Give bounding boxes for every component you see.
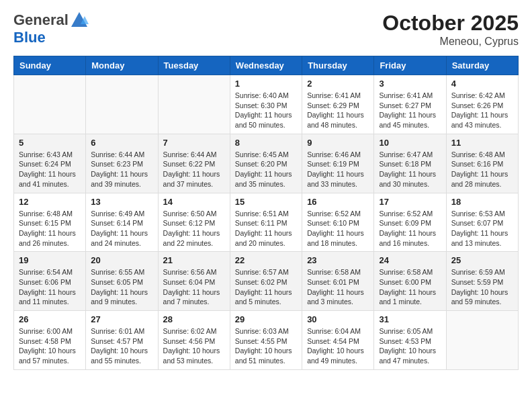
calendar-cell: 5Sunrise: 6:43 AM Sunset: 6:24 PM Daylig…: [14, 134, 86, 193]
day-info: Sunrise: 6:43 AM Sunset: 6:24 PM Dayligh…: [19, 150, 81, 189]
day-info: Sunrise: 6:00 AM Sunset: 4:58 PM Dayligh…: [19, 326, 81, 366]
day-info: Sunrise: 6:52 AM Sunset: 6:09 PM Dayligh…: [379, 209, 441, 248]
day-number: 5: [19, 138, 81, 148]
calendar-cell: 18Sunrise: 6:53 AM Sunset: 6:07 PM Dayli…: [446, 193, 518, 252]
calendar-cell: 1Sunrise: 6:40 AM Sunset: 6:30 PM Daylig…: [230, 75, 302, 134]
calendar-week-row-1: 1Sunrise: 6:40 AM Sunset: 6:30 PM Daylig…: [14, 75, 519, 134]
calendar-cell: 25Sunrise: 6:59 AM Sunset: 5:59 PM Dayli…: [446, 252, 518, 311]
day-number: 31: [379, 314, 441, 324]
day-number: 27: [91, 314, 152, 324]
calendar-cell: 29Sunrise: 6:03 AM Sunset: 4:55 PM Dayli…: [230, 311, 302, 370]
day-info: Sunrise: 6:51 AM Sunset: 6:11 PM Dayligh…: [235, 209, 297, 248]
calendar-week-row-4: 19Sunrise: 6:54 AM Sunset: 6:06 PM Dayli…: [14, 252, 519, 311]
calendar-cell: 31Sunrise: 6:05 AM Sunset: 4:53 PM Dayli…: [374, 311, 446, 370]
day-number: 15: [235, 197, 297, 207]
calendar-cell: 30Sunrise: 6:04 AM Sunset: 4:54 PM Dayli…: [302, 311, 374, 370]
calendar-cell: 21Sunrise: 6:56 AM Sunset: 6:04 PM Dayli…: [158, 252, 230, 311]
day-number: 18: [451, 197, 513, 207]
calendar-cell: [86, 75, 158, 134]
calendar-cell: 7Sunrise: 6:44 AM Sunset: 6:22 PM Daylig…: [158, 134, 230, 193]
day-number: 22: [235, 255, 297, 265]
calendar-cell: 19Sunrise: 6:54 AM Sunset: 6:06 PM Dayli…: [14, 252, 86, 311]
calendar-cell: 13Sunrise: 6:49 AM Sunset: 6:14 PM Dayli…: [86, 193, 158, 252]
calendar-cell: 4Sunrise: 6:42 AM Sunset: 6:26 PM Daylig…: [446, 75, 518, 134]
calendar-cell: 28Sunrise: 6:02 AM Sunset: 4:56 PM Dayli…: [158, 311, 230, 370]
col-tuesday: Tuesday: [158, 56, 230, 75]
col-sunday: Sunday: [14, 56, 86, 75]
location: Meneou, Cyprus: [382, 36, 519, 48]
day-info: Sunrise: 6:42 AM Sunset: 6:26 PM Dayligh…: [451, 91, 513, 130]
day-number: 6: [91, 138, 152, 148]
day-info: Sunrise: 6:03 AM Sunset: 4:55 PM Dayligh…: [235, 326, 297, 366]
day-number: 19: [19, 255, 81, 265]
calendar-table: Sunday Monday Tuesday Wednesday Thursday…: [13, 56, 519, 370]
month-title: October 2025: [382, 11, 519, 36]
day-info: Sunrise: 6:46 AM Sunset: 6:19 PM Dayligh…: [307, 150, 369, 189]
calendar-cell: 20Sunrise: 6:55 AM Sunset: 6:05 PM Dayli…: [86, 252, 158, 311]
day-number: 20: [91, 255, 152, 265]
calendar-cell: 17Sunrise: 6:52 AM Sunset: 6:09 PM Dayli…: [374, 193, 446, 252]
day-info: Sunrise: 6:59 AM Sunset: 5:59 PM Dayligh…: [451, 267, 513, 307]
calendar-cell: 24Sunrise: 6:58 AM Sunset: 6:00 PM Dayli…: [374, 252, 446, 311]
day-number: 29: [235, 314, 297, 324]
calendar-week-row-3: 12Sunrise: 6:48 AM Sunset: 6:15 PM Dayli…: [14, 193, 519, 252]
day-info: Sunrise: 6:58 AM Sunset: 6:00 PM Dayligh…: [379, 267, 441, 307]
day-info: Sunrise: 6:55 AM Sunset: 6:05 PM Dayligh…: [91, 267, 152, 307]
day-info: Sunrise: 6:44 AM Sunset: 6:23 PM Dayligh…: [91, 150, 152, 189]
day-number: 3: [379, 79, 441, 89]
calendar-header-row: Sunday Monday Tuesday Wednesday Thursday…: [14, 56, 519, 75]
day-info: Sunrise: 6:41 AM Sunset: 6:27 PM Dayligh…: [379, 91, 441, 130]
logo: General Blue: [13, 11, 89, 46]
day-info: Sunrise: 6:41 AM Sunset: 6:29 PM Dayligh…: [307, 91, 369, 130]
page: General Blue October 2025 Meneou, Cyprus…: [0, 0, 532, 381]
calendar-cell: [158, 75, 230, 134]
calendar-cell: 9Sunrise: 6:46 AM Sunset: 6:19 PM Daylig…: [302, 134, 374, 193]
calendar-week-row-2: 5Sunrise: 6:43 AM Sunset: 6:24 PM Daylig…: [14, 134, 519, 193]
day-info: Sunrise: 6:53 AM Sunset: 6:07 PM Dayligh…: [451, 209, 513, 248]
col-monday: Monday: [86, 56, 158, 75]
day-info: Sunrise: 6:01 AM Sunset: 4:57 PM Dayligh…: [91, 326, 152, 366]
calendar-cell: 11Sunrise: 6:48 AM Sunset: 6:16 PM Dayli…: [446, 134, 518, 193]
header: General Blue October 2025 Meneou, Cyprus: [13, 11, 519, 48]
calendar-cell: [14, 75, 86, 134]
day-info: Sunrise: 6:40 AM Sunset: 6:30 PM Dayligh…: [235, 91, 297, 130]
title-block: October 2025 Meneou, Cyprus: [382, 11, 519, 48]
col-friday: Friday: [374, 56, 446, 75]
day-info: Sunrise: 6:56 AM Sunset: 6:04 PM Dayligh…: [163, 267, 225, 307]
day-info: Sunrise: 6:58 AM Sunset: 6:01 PM Dayligh…: [307, 267, 369, 307]
calendar-cell: 12Sunrise: 6:48 AM Sunset: 6:15 PM Dayli…: [14, 193, 86, 252]
day-info: Sunrise: 6:45 AM Sunset: 6:20 PM Dayligh…: [235, 150, 297, 189]
day-info: Sunrise: 6:54 AM Sunset: 6:06 PM Dayligh…: [19, 267, 81, 307]
day-info: Sunrise: 6:50 AM Sunset: 6:12 PM Dayligh…: [163, 209, 225, 248]
day-info: Sunrise: 6:57 AM Sunset: 6:02 PM Dayligh…: [235, 267, 297, 307]
day-number: 4: [451, 79, 513, 89]
day-number: 17: [379, 197, 441, 207]
logo-blue: Blue: [13, 30, 89, 46]
day-info: Sunrise: 6:02 AM Sunset: 4:56 PM Dayligh…: [163, 326, 225, 366]
logo-icon: [70, 11, 89, 30]
day-number: 28: [163, 314, 225, 324]
logo-general: General: [13, 12, 69, 28]
day-number: 25: [451, 255, 513, 265]
day-number: 21: [163, 255, 225, 265]
day-info: Sunrise: 6:04 AM Sunset: 4:54 PM Dayligh…: [307, 326, 369, 366]
col-saturday: Saturday: [446, 56, 518, 75]
day-number: 9: [307, 138, 369, 148]
calendar-cell: 8Sunrise: 6:45 AM Sunset: 6:20 PM Daylig…: [230, 134, 302, 193]
day-number: 7: [163, 138, 225, 148]
day-number: 1: [235, 79, 297, 89]
day-info: Sunrise: 6:48 AM Sunset: 6:15 PM Dayligh…: [19, 209, 81, 248]
calendar-cell: 16Sunrise: 6:52 AM Sunset: 6:10 PM Dayli…: [302, 193, 374, 252]
day-info: Sunrise: 6:48 AM Sunset: 6:16 PM Dayligh…: [451, 150, 513, 189]
col-thursday: Thursday: [302, 56, 374, 75]
calendar-cell: 15Sunrise: 6:51 AM Sunset: 6:11 PM Dayli…: [230, 193, 302, 252]
day-number: 26: [19, 314, 81, 324]
calendar-cell: 6Sunrise: 6:44 AM Sunset: 6:23 PM Daylig…: [86, 134, 158, 193]
calendar-cell: 3Sunrise: 6:41 AM Sunset: 6:27 PM Daylig…: [374, 75, 446, 134]
col-wednesday: Wednesday: [230, 56, 302, 75]
day-number: 2: [307, 79, 369, 89]
calendar-cell: 10Sunrise: 6:47 AM Sunset: 6:18 PM Dayli…: [374, 134, 446, 193]
calendar-cell: 14Sunrise: 6:50 AM Sunset: 6:12 PM Dayli…: [158, 193, 230, 252]
calendar-cell: 27Sunrise: 6:01 AM Sunset: 4:57 PM Dayli…: [86, 311, 158, 370]
day-number: 23: [307, 255, 369, 265]
